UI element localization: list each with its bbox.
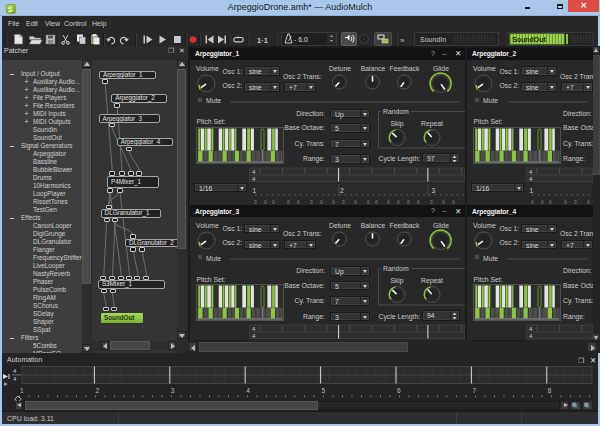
svg-text:2: 2	[340, 187, 344, 194]
svg-text:8: 8	[548, 387, 552, 394]
svg-text:0: 0	[541, 200, 544, 205]
svg-text:0: 0	[287, 200, 290, 205]
svg-text:0: 0	[397, 200, 400, 205]
svg-text:0: 0	[387, 200, 390, 205]
svg-text:✕: ✕	[590, 356, 596, 365]
svg-text:0: 0	[310, 200, 313, 205]
svg-text:0: 0	[407, 200, 410, 205]
svg-text:5: 5	[322, 387, 326, 394]
svg-text:0: 0	[367, 200, 370, 205]
svg-text:1: 1	[20, 387, 24, 394]
svg-text:0: 0	[332, 200, 335, 205]
svg-text:»: »	[400, 36, 405, 45]
svg-text:1·1: 1·1	[257, 36, 268, 45]
svg-text:0: 0	[549, 200, 552, 205]
svg-text:0: 0	[531, 200, 534, 205]
svg-text:SoundIn: SoundIn	[420, 36, 446, 43]
svg-text:0: 0	[452, 200, 455, 205]
svg-text:0: 0	[574, 200, 577, 205]
svg-text:0: 0	[587, 200, 590, 205]
svg-text:0: 0	[264, 200, 267, 205]
svg-text:0: 0	[430, 200, 433, 205]
svg-text:4: 4	[13, 368, 17, 374]
svg-text:3: 3	[171, 387, 175, 394]
svg-text:0: 0	[342, 200, 345, 205]
svg-text:SoundOut: SoundOut	[512, 36, 546, 43]
svg-text:0: 0	[442, 200, 445, 205]
svg-text:4: 4	[246, 387, 250, 394]
svg-text:0: 0	[297, 200, 300, 205]
svg-text:1: 1	[530, 187, 534, 194]
svg-text:0: 0	[564, 200, 567, 205]
svg-text:2: 2	[95, 387, 99, 394]
svg-text:0: 0	[354, 200, 357, 205]
svg-text:7: 7	[472, 387, 476, 394]
svg-text:0: 0	[272, 200, 275, 205]
svg-text:❐: ❐	[578, 357, 584, 364]
svg-text:0: 0	[254, 200, 257, 205]
svg-text:0: 0	[375, 200, 378, 205]
svg-text:1: 1	[253, 187, 257, 194]
svg-text:6: 6	[397, 387, 401, 394]
svg-text:0: 0	[320, 200, 323, 205]
svg-text:Automation: Automation	[7, 356, 43, 363]
svg-text:4: 4	[13, 376, 17, 382]
svg-text:0: 0	[417, 200, 420, 205]
svg-text:3: 3	[432, 187, 436, 194]
svg-text:- 6.0: - 6.0	[294, 36, 308, 43]
